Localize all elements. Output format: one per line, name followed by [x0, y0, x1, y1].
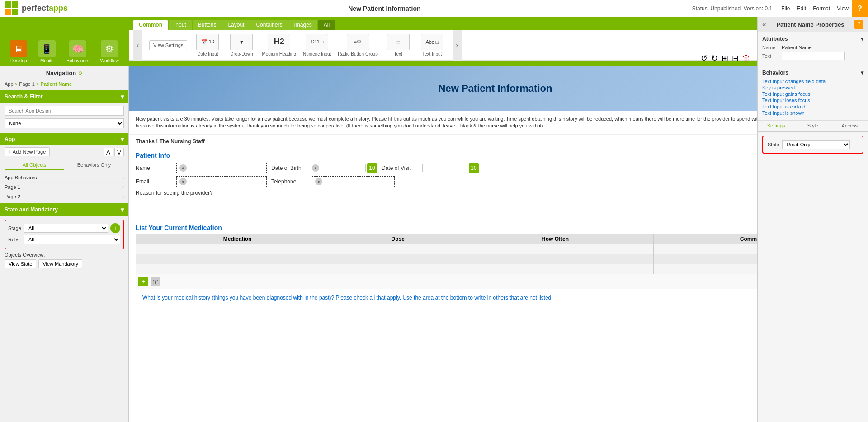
telephone-input[interactable]: ● — [312, 176, 395, 187]
role-row: Role All Admin User — [8, 235, 120, 244]
group-icon[interactable]: ⊞ — [722, 53, 728, 63]
svg-rect-0 — [5, 1, 11, 8]
search-box-container — [0, 103, 128, 118]
tab-images[interactable]: Images — [288, 20, 317, 30]
mobile-icon[interactable]: 📱 Mobile — [38, 40, 56, 63]
tab-buttons[interactable]: Buttons — [193, 20, 222, 30]
form-title: New Patient Information — [439, 83, 552, 94]
stage-select[interactable]: All Stage 1 Stage 2 — [24, 224, 108, 233]
text-input-component[interactable]: Abc □ Text Input — [419, 34, 446, 56]
table-controls: + 🗑 — [136, 274, 855, 289]
tab-access[interactable]: Access — [831, 121, 868, 131]
app-section-header[interactable]: App ▾ — [0, 133, 128, 145]
numeric-input-component[interactable]: 12.1 □ Numeric Input — [303, 34, 331, 56]
email-input-icon: ● — [179, 178, 187, 185]
add-new-page-button[interactable]: + Add New Page — [5, 147, 50, 156]
behavior-key-pressed[interactable]: Key is pressed — [762, 85, 863, 90]
search-filter-header[interactable]: Search & Filter ▾ — [0, 90, 128, 103]
patient-info-section: Patient Info Name ● Date of Birth ● 10 D… — [129, 148, 862, 310]
next-components-arrow[interactable]: › — [453, 30, 462, 61]
page2-item[interactable]: Page 2 ‹ — [0, 192, 128, 202]
desktop-icon[interactable]: 🖥 Desktop — [10, 40, 27, 63]
device-icons: 🖥 Desktop 📱 Mobile 🧠 Behaviours ⚙ Workfl… — [0, 38, 129, 66]
help-button[interactable]: ? — [852, 0, 868, 17]
menu-view[interactable]: View — [837, 5, 849, 12]
attributes-header[interactable]: Attributes ▾ — [762, 36, 863, 42]
breadcrumb-page1[interactable]: Page 1 — [19, 81, 35, 87]
right-panel-help-button[interactable]: ? — [854, 20, 863, 29]
text-component[interactable]: ≡ Text — [385, 34, 412, 56]
dov-calendar-icon[interactable]: 10 — [469, 163, 479, 173]
medium-heading-component[interactable]: H2 Medium Heading — [262, 34, 296, 56]
form-description: New patient visits are 30 minutes. Visit… — [129, 111, 862, 135]
date-input-component[interactable]: 📅 10 Date Input — [194, 34, 221, 56]
dob-label: Date of Birth — [271, 165, 307, 171]
menu-file[interactable]: File — [781, 5, 790, 12]
state-select[interactable]: Read-Only Editable Hidden Required — [782, 140, 850, 149]
how-often-cell — [457, 264, 653, 274]
behaviours-icon[interactable]: 🧠 Behaviours — [66, 40, 89, 63]
reason-textarea[interactable] — [136, 198, 855, 218]
undo-icon[interactable]: ↺ — [701, 53, 708, 63]
prev-components-arrow[interactable]: ‹ — [133, 30, 142, 61]
medication-table: Medication Dose How Often Comments — [136, 234, 855, 274]
behavior-is-clicked[interactable]: Text Input is clicked — [762, 104, 863, 109]
state-label: State — [768, 142, 779, 147]
logo: perfectapps — [5, 1, 68, 16]
name-input[interactable]: ● — [176, 163, 267, 173]
all-objects-tab[interactable]: All Objects — [5, 160, 64, 170]
menu-edit[interactable]: Edit — [797, 5, 807, 12]
telephone-field[interactable] — [324, 178, 392, 185]
add-row-button[interactable]: + — [138, 277, 148, 286]
tab-layout[interactable]: Layout — [222, 20, 250, 30]
dropdown-component[interactable]: ▼ Drop-Down — [228, 34, 255, 56]
app-behaviors-item[interactable]: App Behaviors ‹ — [0, 173, 128, 183]
email-input[interactable]: ● — [176, 176, 267, 187]
state-mandatory-header[interactable]: State and Mandatory ▾ — [0, 203, 128, 216]
dob-date-group: ● 10 — [312, 163, 377, 173]
stage-add-button[interactable]: + — [110, 223, 120, 233]
behavior-is-shown[interactable]: Text Input is shown — [762, 110, 863, 116]
behavior-gains-focus[interactable]: Text Input gains focus — [762, 91, 863, 97]
text-prop-input[interactable] — [782, 52, 845, 60]
move-down-button[interactable]: ⋁ — [114, 148, 124, 156]
menu-format[interactable]: Format — [813, 5, 830, 12]
behaviors-only-tab[interactable]: Behaviors Only — [64, 160, 124, 170]
tab-containers[interactable]: Containers — [250, 20, 288, 30]
behavior-changes-field[interactable]: Text Input changes field data — [762, 79, 863, 84]
delete-row-button[interactable]: 🗑 — [151, 277, 160, 286]
redo-icon[interactable]: ↻ — [711, 53, 718, 63]
collapse-right-panel-icon[interactable]: « — [762, 20, 766, 28]
state-dots-button[interactable]: ··· — [853, 141, 858, 148]
ungroup-icon[interactable]: ⊟ — [732, 53, 739, 63]
tab-common[interactable]: Common — [133, 20, 168, 30]
name-field[interactable] — [188, 165, 264, 171]
workflow-icon[interactable]: ⚙ Workflow — [100, 40, 119, 63]
behaviors-header[interactable]: Behaviors ▾ — [762, 70, 863, 76]
view-settings-button[interactable]: View Settings — [149, 40, 187, 50]
tab-settings[interactable]: Settings — [758, 121, 794, 131]
filter-dropdown[interactable]: None All Required — [5, 118, 124, 128]
tab-all[interactable]: All — [318, 20, 335, 30]
search-app-design-input[interactable] — [5, 106, 124, 116]
behavior-loses-focus[interactable]: Text Input loses focus — [762, 98, 863, 103]
tab-style[interactable]: Style — [794, 121, 831, 131]
role-select[interactable]: All Admin User — [24, 235, 120, 244]
radio-button-group-component[interactable]: ≡⦿ Radio Button Group — [338, 34, 377, 56]
med-col-dose: Dose — [339, 234, 457, 244]
nav-header: Navigation » — [0, 66, 128, 80]
nav-expand-icon[interactable]: » — [78, 69, 82, 77]
dob-field[interactable] — [321, 164, 366, 172]
view-mandatory-button[interactable]: View Mandatory — [38, 259, 82, 268]
dob-calendar-icon[interactable]: 10 — [367, 163, 377, 173]
delete-icon[interactable]: 🗑 — [742, 54, 750, 63]
page1-item[interactable]: Page 1 ‹ — [0, 183, 128, 192]
tab-input[interactable]: Input — [169, 20, 192, 30]
breadcrumb-app[interactable]: App — [5, 81, 14, 87]
view-state-button[interactable]: View State — [5, 259, 36, 268]
dov-field[interactable] — [422, 164, 467, 172]
move-up-button[interactable]: ⋀ — [104, 148, 113, 156]
stage-row: Stage All Stage 1 Stage 2 + — [8, 223, 120, 233]
name-prop-label: Name — [762, 45, 778, 50]
email-field[interactable] — [188, 178, 264, 185]
